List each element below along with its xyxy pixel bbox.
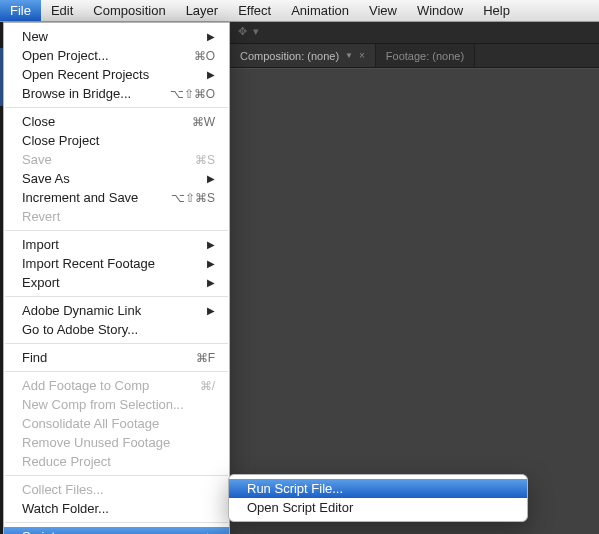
submenu-arrow-icon: ▶ (199, 31, 215, 42)
menu-file-label: File (10, 3, 31, 18)
tab-footage-label: Footage: (none) (386, 50, 464, 62)
menu-item[interactable]: Increment and Save⌥⇧⌘S (4, 188, 229, 207)
menu-item-label: Remove Unused Footage (22, 435, 215, 450)
menu-item[interactable]: Browse in Bridge...⌥⇧⌘O (4, 84, 229, 103)
menu-item: Save⌘S (4, 150, 229, 169)
menu-item-label: Adobe Dynamic Link (22, 303, 199, 318)
menu-item: New Comp from Selection... (4, 395, 229, 414)
menu-item[interactable]: Open Project...⌘O (4, 46, 229, 65)
menu-separator (5, 475, 228, 476)
viewer-canvas (230, 68, 599, 534)
menu-item[interactable]: Open Recent Projects▶ (4, 65, 229, 84)
menu-animation-label: Animation (291, 3, 349, 18)
menu-separator (5, 107, 228, 108)
menu-edit[interactable]: Edit (41, 0, 83, 21)
menu-item-shortcut: ⌘O (186, 49, 215, 63)
submenu-arrow-icon: ▶ (199, 239, 215, 250)
submenu-arrow-icon: ▶ (199, 258, 215, 269)
menu-item: Revert (4, 207, 229, 226)
menu-item-label: Save (22, 152, 187, 167)
menu-item: Reduce Project (4, 452, 229, 471)
menu-item-label: Open Recent Projects (22, 67, 199, 82)
panel-header-strip: ✥ ▾ (230, 22, 599, 44)
menu-edit-label: Edit (51, 3, 73, 18)
menu-item-label: Close Project (22, 133, 215, 148)
menu-item-label: Import Recent Footage (22, 256, 199, 271)
menu-item-label: Open Project... (22, 48, 186, 63)
menu-item-label: New (22, 29, 199, 44)
menu-file[interactable]: File (0, 0, 41, 21)
panel-header-icons: ✥ ▾ (238, 25, 259, 38)
menu-item-shortcut: ⌥⇧⌘O (162, 87, 215, 101)
menu-item[interactable]: Find⌘F (4, 348, 229, 367)
menu-item: Add Footage to Comp⌘/ (4, 376, 229, 395)
menu-layer-label: Layer (186, 3, 219, 18)
menu-item-shortcut: ⌥⇧⌘S (163, 191, 215, 205)
menu-item-label: Browse in Bridge... (22, 86, 162, 101)
file-dropdown: New▶Open Project...⌘OOpen Recent Project… (3, 22, 230, 534)
menu-window-label: Window (417, 3, 463, 18)
menu-item-label: Consolidate All Footage (22, 416, 215, 431)
menu-item[interactable]: Export▶ (4, 273, 229, 292)
menu-separator (5, 371, 228, 372)
menu-item[interactable]: Watch Folder... (4, 499, 229, 518)
menu-item-label: Save As (22, 171, 199, 186)
submenu-arrow-icon: ▶ (199, 277, 215, 288)
menu-composition[interactable]: Composition (83, 0, 175, 21)
menu-item[interactable]: New▶ (4, 27, 229, 46)
menu-item-label: Reduce Project (22, 454, 215, 469)
menu-item: Consolidate All Footage (4, 414, 229, 433)
viewer-tabs: Composition: (none) ▼ × Footage: (none) (230, 44, 599, 68)
menu-view-label: View (369, 3, 397, 18)
menu-item: Remove Unused Footage (4, 433, 229, 452)
submenu-arrow-icon: ▶ (199, 173, 215, 184)
menu-item-shortcut: ⌘S (187, 153, 215, 167)
menu-item-label: Scripts (22, 529, 199, 534)
menu-separator (5, 296, 228, 297)
panel-menu-icon[interactable]: ▾ (253, 25, 259, 38)
menu-separator (5, 522, 228, 523)
panel-move-icon[interactable]: ✥ (238, 25, 247, 38)
tab-footage[interactable]: Footage: (none) (376, 44, 475, 67)
menu-help[interactable]: Help (473, 0, 520, 21)
menu-item-label: Revert (22, 209, 215, 224)
submenu-item-label: Open Script Editor (247, 500, 513, 515)
menu-item-label: New Comp from Selection... (22, 397, 215, 412)
menu-item-label: Export (22, 275, 199, 290)
menu-item[interactable]: Close Project (4, 131, 229, 150)
menu-layer[interactable]: Layer (176, 0, 229, 21)
menu-item[interactable]: Adobe Dynamic Link▶ (4, 301, 229, 320)
submenu-arrow-icon: ▶ (199, 69, 215, 80)
menu-effect[interactable]: Effect (228, 0, 281, 21)
menu-item[interactable]: Scripts▶ (4, 527, 229, 534)
menu-help-label: Help (483, 3, 510, 18)
menu-animation[interactable]: Animation (281, 0, 359, 21)
menu-item-label: Collect Files... (22, 482, 215, 497)
menu-composition-label: Composition (93, 3, 165, 18)
menu-item-label: Import (22, 237, 199, 252)
chevron-down-icon[interactable]: ▼ (345, 51, 353, 60)
menu-separator (5, 343, 228, 344)
menu-item[interactable]: Go to Adobe Story... (4, 320, 229, 339)
menu-item-label: Watch Folder... (22, 501, 215, 516)
menu-item[interactable]: Import▶ (4, 235, 229, 254)
submenu-item[interactable]: Open Script Editor (229, 498, 527, 517)
menu-item[interactable]: Import Recent Footage▶ (4, 254, 229, 273)
menu-item-label: Go to Adobe Story... (22, 322, 215, 337)
menubar: File Edit Composition Layer Effect Anima… (0, 0, 599, 22)
close-icon[interactable]: × (359, 50, 365, 61)
menu-item-shortcut: ⌘W (184, 115, 215, 129)
menu-item-label: Find (22, 350, 188, 365)
menu-item[interactable]: Save As▶ (4, 169, 229, 188)
menu-window[interactable]: Window (407, 0, 473, 21)
submenu-item-label: Run Script File... (247, 481, 513, 496)
menu-item-label: Add Footage to Comp (22, 378, 192, 393)
scripts-submenu: Run Script File...Open Script Editor (228, 474, 528, 522)
menu-item: Collect Files... (4, 480, 229, 499)
menu-view[interactable]: View (359, 0, 407, 21)
submenu-item[interactable]: Run Script File... (229, 479, 527, 498)
menu-item-shortcut: ⌘/ (192, 379, 215, 393)
tab-composition[interactable]: Composition: (none) ▼ × (230, 44, 376, 67)
menu-item-label: Increment and Save (22, 190, 163, 205)
menu-item[interactable]: Close⌘W (4, 112, 229, 131)
